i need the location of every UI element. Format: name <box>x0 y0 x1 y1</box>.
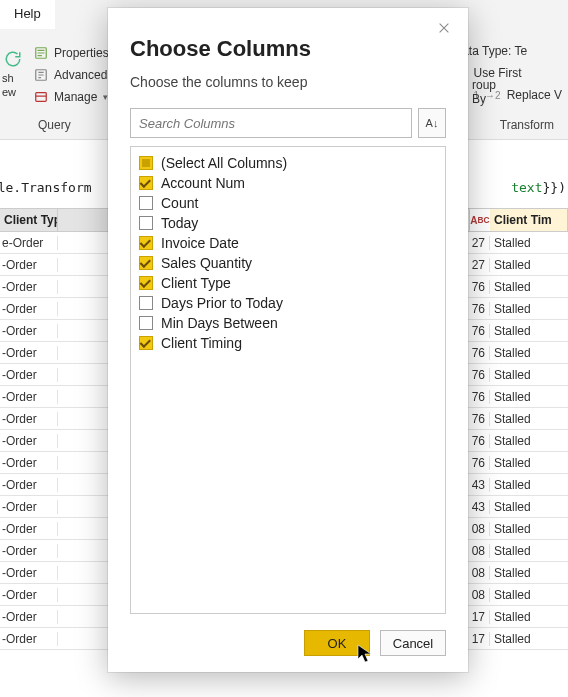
cell-client-type: -Order <box>0 390 58 404</box>
replace-values-button[interactable]: 1→2 Replace V <box>454 84 563 106</box>
cell-client-timing: Stalled <box>490 544 568 558</box>
data-type-button[interactable]: Data Type: Te <box>454 40 563 62</box>
column-checkbox-item[interactable]: Invoice Date <box>139 233 437 253</box>
manage-icon <box>34 90 48 104</box>
cell-client-timing: Stalled <box>490 456 568 470</box>
column-label: Account Num <box>161 175 245 191</box>
cell-client-timing: Stalled <box>490 610 568 624</box>
formula-bar-right[interactable]: text}}) <box>511 180 568 195</box>
cell-client-type: -Order <box>0 522 58 536</box>
ribbon-group-transform: Transform <box>500 118 554 132</box>
cell-client-type: -Order <box>0 302 58 316</box>
cancel-button[interactable]: Cancel <box>380 630 446 656</box>
cell-client-timing: Stalled <box>490 566 568 580</box>
checkbox-icon[interactable] <box>139 236 153 250</box>
column-checkbox-item[interactable]: Client Type <box>139 273 437 293</box>
column-header-client-timing[interactable]: Client Tim <box>490 209 568 231</box>
dialog-subtitle: Choose the columns to keep <box>130 74 446 90</box>
column-label: Today <box>161 215 198 231</box>
checkbox-icon[interactable] <box>139 336 153 350</box>
preview-label-partial: ew <box>2 86 16 98</box>
cell-client-type: -Order <box>0 324 58 338</box>
search-columns-input[interactable] <box>130 108 412 138</box>
cell-client-type: -Order <box>0 456 58 470</box>
column-label: Days Prior to Today <box>161 295 283 311</box>
cell-client-type: -Order <box>0 500 58 514</box>
cell-client-timing: Stalled <box>490 478 568 492</box>
checkbox-icon[interactable] <box>139 156 153 170</box>
column-checkbox-item[interactable]: Account Num <box>139 173 437 193</box>
columns-list: (Select All Columns)Account NumCountToda… <box>130 146 446 614</box>
cell-client-type: -Order <box>0 566 58 580</box>
formula-bar-left[interactable]: able.Transform <box>0 180 92 195</box>
column-label: (Select All Columns) <box>161 155 287 171</box>
column-label: Count <box>161 195 198 211</box>
checkbox-icon[interactable] <box>139 196 153 210</box>
refresh-icon[interactable] <box>4 50 22 68</box>
column-label: Invoice Date <box>161 235 239 251</box>
group-by-label-1: roup <box>472 78 496 92</box>
checkbox-icon[interactable] <box>139 276 153 290</box>
cell-client-timing: Stalled <box>490 412 568 426</box>
ribbon-group-query: Query <box>38 118 71 132</box>
cell-client-timing: Stalled <box>490 368 568 382</box>
cell-client-timing: Stalled <box>490 390 568 404</box>
group-by-button[interactable]: roup By <box>472 78 496 106</box>
cell-client-type: -Order <box>0 478 58 492</box>
svg-rect-2 <box>36 93 47 102</box>
use-first-row-button[interactable]: Use First <box>454 62 563 84</box>
column-checkbox-item[interactable]: Min Days Between <box>139 313 437 333</box>
properties-icon <box>34 46 48 60</box>
cell-client-timing: Stalled <box>490 324 568 338</box>
cell-client-timing: Stalled <box>490 522 568 536</box>
checkbox-icon[interactable] <box>139 316 153 330</box>
choose-columns-dialog: Choose Columns Choose the columns to kee… <box>108 8 468 672</box>
column-label: Min Days Between <box>161 315 278 331</box>
manage-label: Manage <box>54 90 97 104</box>
checkbox-icon[interactable] <box>139 256 153 270</box>
cell-client-timing: Stalled <box>490 434 568 448</box>
tab-help[interactable]: Help <box>0 0 55 29</box>
checkbox-icon[interactable] <box>139 296 153 310</box>
column-checkbox-item[interactable]: Client Timing <box>139 333 437 353</box>
column-label: Client Type <box>161 275 231 291</box>
close-button[interactable] <box>434 18 454 38</box>
ok-button[interactable]: OK <box>304 630 370 656</box>
column-label: Sales Quantity <box>161 255 252 271</box>
cell-client-type: -Order <box>0 258 58 272</box>
sort-az-icon: A↓ <box>426 117 439 129</box>
dialog-title: Choose Columns <box>130 36 446 62</box>
group-by-label-2: By <box>472 92 496 106</box>
sort-toggle-button[interactable]: A↓ <box>418 108 446 138</box>
cell-client-timing: Stalled <box>490 346 568 360</box>
column-checkbox-item[interactable]: (Select All Columns) <box>139 153 437 173</box>
column-label: Client Timing <box>161 335 242 351</box>
cell-client-timing: Stalled <box>490 302 568 316</box>
replace-label: Replace V <box>507 88 562 102</box>
cell-client-timing: Stalled <box>490 588 568 602</box>
cell-client-type: -Order <box>0 610 58 624</box>
column-checkbox-item[interactable]: Days Prior to Today <box>139 293 437 313</box>
cell-client-type: -Order <box>0 368 58 382</box>
cell-client-timing: Stalled <box>490 632 568 646</box>
checkbox-icon[interactable] <box>139 216 153 230</box>
properties-label: Properties <box>54 46 109 60</box>
refresh-label-partial: sh <box>2 72 14 84</box>
cell-client-type: -Order <box>0 434 58 448</box>
cell-client-timing: Stalled <box>490 236 568 250</box>
text-type-icon: ABC <box>470 209 490 231</box>
column-checkbox-item[interactable]: Count <box>139 193 437 213</box>
cell-client-type: -Order <box>0 588 58 602</box>
column-checkbox-item[interactable]: Sales Quantity <box>139 253 437 273</box>
advanced-icon <box>34 68 48 82</box>
cell-client-type: -Order <box>0 346 58 360</box>
cell-client-type: e-Order <box>0 236 58 250</box>
column-checkbox-item[interactable]: Today <box>139 213 437 233</box>
cell-client-type: -Order <box>0 632 58 646</box>
checkbox-icon[interactable] <box>139 176 153 190</box>
column-header-client-type[interactable]: Client Type <box>0 209 58 231</box>
cell-client-timing: Stalled <box>490 280 568 294</box>
cell-client-timing: Stalled <box>490 500 568 514</box>
cell-client-type: -Order <box>0 280 58 294</box>
advanced-label: Advanced <box>54 68 107 82</box>
